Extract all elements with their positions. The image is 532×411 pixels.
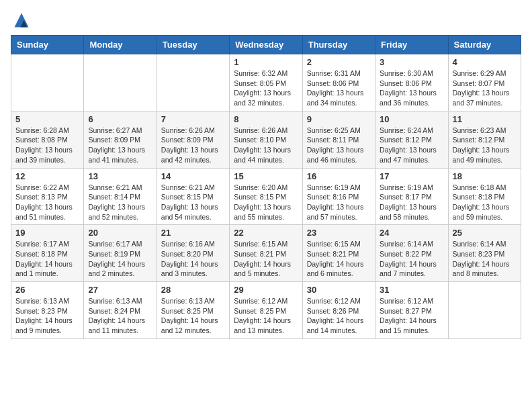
day-info: Sunrise: 6:13 AM Sunset: 8:25 PM Dayligh… [161, 296, 225, 336]
week-row-1: 5Sunrise: 6:28 AM Sunset: 8:08 PM Daylig… [11, 111, 521, 168]
day-info: Sunrise: 6:13 AM Sunset: 8:24 PM Dayligh… [88, 296, 152, 336]
calendar-cell [84, 54, 157, 111]
calendar-cell: 26Sunrise: 6:13 AM Sunset: 8:23 PM Dayli… [11, 282, 84, 339]
day-header-sunday: Sunday [11, 36, 84, 54]
calendar-cell: 25Sunrise: 6:14 AM Sunset: 8:23 PM Dayli… [448, 225, 521, 282]
day-info: Sunrise: 6:26 AM Sunset: 8:10 PM Dayligh… [234, 126, 298, 165]
calendar-cell: 13Sunrise: 6:21 AM Sunset: 8:14 PM Dayli… [84, 168, 157, 225]
day-info: Sunrise: 6:16 AM Sunset: 8:20 PM Dayligh… [161, 239, 225, 279]
day-info: Sunrise: 6:23 AM Sunset: 8:12 PM Dayligh… [453, 126, 517, 165]
calendar-cell: 6Sunrise: 6:27 AM Sunset: 8:09 PM Daylig… [84, 111, 157, 168]
day-info: Sunrise: 6:30 AM Sunset: 8:06 PM Dayligh… [380, 68, 443, 108]
days-header-row: SundayMondayTuesdayWednesdayThursdayFrid… [11, 36, 521, 54]
day-info: Sunrise: 6:14 AM Sunset: 8:22 PM Dayligh… [380, 239, 443, 279]
calendar-cell: 14Sunrise: 6:21 AM Sunset: 8:15 PM Dayli… [157, 168, 229, 225]
day-info: Sunrise: 6:28 AM Sunset: 8:08 PM Dayligh… [15, 126, 79, 165]
day-header-monday: Monday [84, 36, 157, 54]
day-header-friday: Friday [375, 36, 448, 54]
day-number: 13 [88, 171, 152, 181]
calendar-cell: 27Sunrise: 6:13 AM Sunset: 8:24 PM Dayli… [84, 282, 157, 339]
day-number: 30 [307, 285, 371, 295]
day-number: 1 [234, 57, 298, 67]
day-header-wednesday: Wednesday [230, 36, 302, 54]
day-number: 15 [234, 171, 298, 181]
day-info: Sunrise: 6:31 AM Sunset: 8:06 PM Dayligh… [307, 68, 371, 108]
week-row-0: 1Sunrise: 6:32 AM Sunset: 8:05 PM Daylig… [11, 54, 521, 111]
calendar-cell: 1Sunrise: 6:32 AM Sunset: 8:05 PM Daylig… [230, 54, 302, 111]
day-number: 9 [307, 114, 371, 124]
day-number: 24 [380, 228, 443, 238]
calendar-cell: 28Sunrise: 6:13 AM Sunset: 8:25 PM Dayli… [157, 282, 229, 339]
calendar-cell: 18Sunrise: 6:18 AM Sunset: 8:18 PM Dayli… [448, 168, 521, 225]
day-header-thursday: Thursday [302, 36, 375, 54]
day-number: 12 [15, 171, 79, 181]
day-info: Sunrise: 6:13 AM Sunset: 8:23 PM Dayligh… [15, 296, 79, 336]
calendar-cell: 10Sunrise: 6:24 AM Sunset: 8:12 PM Dayli… [375, 111, 448, 168]
week-row-3: 19Sunrise: 6:17 AM Sunset: 8:18 PM Dayli… [11, 225, 521, 282]
day-info: Sunrise: 6:17 AM Sunset: 8:19 PM Dayligh… [88, 239, 152, 279]
day-info: Sunrise: 6:15 AM Sunset: 8:21 PM Dayligh… [307, 239, 371, 279]
calendar-table: SundayMondayTuesdayWednesdayThursdayFrid… [11, 35, 521, 339]
day-number: 26 [15, 285, 79, 295]
day-info: Sunrise: 6:12 AM Sunset: 8:25 PM Dayligh… [234, 296, 298, 336]
calendar-cell: 11Sunrise: 6:23 AM Sunset: 8:12 PM Dayli… [448, 111, 521, 168]
day-number: 16 [307, 171, 371, 181]
calendar-cell: 4Sunrise: 6:29 AM Sunset: 8:07 PM Daylig… [448, 54, 521, 111]
logo-icon [12, 11, 31, 30]
calendar-cell: 24Sunrise: 6:14 AM Sunset: 8:22 PM Dayli… [375, 225, 448, 282]
day-info: Sunrise: 6:17 AM Sunset: 8:18 PM Dayligh… [15, 239, 79, 279]
day-info: Sunrise: 6:25 AM Sunset: 8:11 PM Dayligh… [307, 126, 371, 165]
day-info: Sunrise: 6:18 AM Sunset: 8:18 PM Dayligh… [453, 183, 517, 222]
day-info: Sunrise: 6:22 AM Sunset: 8:13 PM Dayligh… [15, 183, 79, 222]
calendar-cell: 31Sunrise: 6:12 AM Sunset: 8:27 PM Dayli… [375, 282, 448, 339]
calendar-cell [11, 54, 84, 111]
calendar-cell: 20Sunrise: 6:17 AM Sunset: 8:19 PM Dayli… [84, 225, 157, 282]
day-number: 11 [453, 114, 517, 124]
calendar-cell [157, 54, 229, 111]
day-number: 29 [234, 285, 298, 295]
day-info: Sunrise: 6:32 AM Sunset: 8:05 PM Dayligh… [234, 68, 298, 108]
week-row-4: 26Sunrise: 6:13 AM Sunset: 8:23 PM Dayli… [11, 282, 521, 339]
day-number: 22 [234, 228, 298, 238]
calendar-cell: 12Sunrise: 6:22 AM Sunset: 8:13 PM Dayli… [11, 168, 84, 225]
day-number: 20 [88, 228, 152, 238]
calendar-cell: 16Sunrise: 6:19 AM Sunset: 8:16 PM Dayli… [302, 168, 375, 225]
day-info: Sunrise: 6:19 AM Sunset: 8:17 PM Dayligh… [380, 183, 443, 222]
day-number: 6 [88, 114, 152, 124]
calendar-cell: 7Sunrise: 6:26 AM Sunset: 8:09 PM Daylig… [157, 111, 229, 168]
day-number: 4 [453, 57, 517, 67]
calendar-cell: 8Sunrise: 6:26 AM Sunset: 8:10 PM Daylig… [230, 111, 302, 168]
calendar-cell: 15Sunrise: 6:20 AM Sunset: 8:15 PM Dayli… [230, 168, 302, 225]
header [11, 11, 521, 30]
day-header-tuesday: Tuesday [157, 36, 229, 54]
week-row-2: 12Sunrise: 6:22 AM Sunset: 8:13 PM Dayli… [11, 168, 521, 225]
calendar-cell: 30Sunrise: 6:12 AM Sunset: 8:26 PM Dayli… [302, 282, 375, 339]
day-number: 27 [88, 285, 152, 295]
day-info: Sunrise: 6:14 AM Sunset: 8:23 PM Dayligh… [453, 239, 517, 279]
day-number: 23 [307, 228, 371, 238]
day-number: 31 [380, 285, 443, 295]
day-info: Sunrise: 6:12 AM Sunset: 8:26 PM Dayligh… [307, 296, 371, 336]
calendar-cell: 22Sunrise: 6:15 AM Sunset: 8:21 PM Dayli… [230, 225, 302, 282]
calendar-cell: 5Sunrise: 6:28 AM Sunset: 8:08 PM Daylig… [11, 111, 84, 168]
logo [11, 11, 31, 30]
day-info: Sunrise: 6:24 AM Sunset: 8:12 PM Dayligh… [380, 126, 443, 165]
calendar-cell: 21Sunrise: 6:16 AM Sunset: 8:20 PM Dayli… [157, 225, 229, 282]
day-number: 10 [380, 114, 443, 124]
day-number: 3 [380, 57, 443, 67]
day-number: 19 [15, 228, 79, 238]
day-info: Sunrise: 6:20 AM Sunset: 8:15 PM Dayligh… [234, 183, 298, 222]
day-number: 18 [453, 171, 517, 181]
day-number: 8 [234, 114, 298, 124]
day-number: 14 [161, 171, 225, 181]
day-info: Sunrise: 6:21 AM Sunset: 8:14 PM Dayligh… [88, 183, 152, 222]
day-info: Sunrise: 6:27 AM Sunset: 8:09 PM Dayligh… [88, 126, 152, 165]
day-info: Sunrise: 6:15 AM Sunset: 8:21 PM Dayligh… [234, 239, 298, 279]
calendar-cell: 9Sunrise: 6:25 AM Sunset: 8:11 PM Daylig… [302, 111, 375, 168]
calendar-cell: 3Sunrise: 6:30 AM Sunset: 8:06 PM Daylig… [375, 54, 448, 111]
day-number: 17 [380, 171, 443, 181]
day-info: Sunrise: 6:19 AM Sunset: 8:16 PM Dayligh… [307, 183, 371, 222]
day-info: Sunrise: 6:12 AM Sunset: 8:27 PM Dayligh… [380, 296, 443, 336]
day-header-saturday: Saturday [448, 36, 521, 54]
day-number: 2 [307, 57, 371, 67]
